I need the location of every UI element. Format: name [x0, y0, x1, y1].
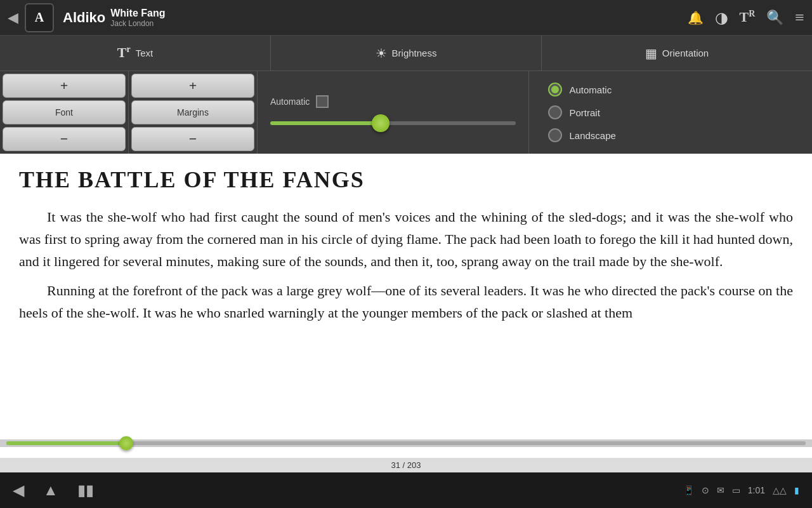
signal-icon: △△	[773, 485, 787, 495]
text-size-icon[interactable]: TR	[740, 9, 756, 25]
progress-track[interactable]	[6, 441, 806, 445]
orientation-tab-icon: ▦	[645, 46, 657, 61]
app-name: Aldiko	[63, 10, 105, 26]
app-logo: A	[25, 3, 54, 32]
orientation-section: Automatic Portrait Landscape	[529, 71, 813, 154]
paragraph-1: It was the she-wolf who had first caught…	[19, 206, 793, 273]
back-button[interactable]: ◀	[8, 10, 18, 26]
tab-text[interactable]: Tr Text	[0, 36, 271, 70]
top-icons: 🔔 ◑ TR 🔍 ≡	[688, 8, 804, 27]
search-icon[interactable]: 🔍	[766, 10, 783, 26]
book-author: Jack London	[110, 19, 165, 28]
orientation-tab-label: Orientation	[662, 48, 709, 58]
brightness-section: Automatic	[258, 71, 529, 154]
bottom-nav: ◀ ▲ ▮▮ 📱 ⊙ ✉ ▭ 1:01 △△ ▮	[0, 472, 812, 508]
nav-home-icon[interactable]: ▲	[43, 482, 58, 499]
font-label: Font	[3, 100, 126, 124]
page-number: 31 / 203	[391, 460, 421, 470]
book-title: White Fang	[110, 8, 165, 19]
sim-icon: 📱	[683, 485, 694, 495]
panel-body: + Font − + Margins − Automatic	[0, 71, 812, 154]
orientation-landscape[interactable]: Landscape	[548, 128, 794, 142]
orientation-landscape-label: Landscape	[570, 130, 616, 141]
email-icon: ✉	[717, 485, 724, 495]
margin-controls: + Margins −	[129, 71, 257, 154]
top-bar: ◀ A Aldiko White Fang Jack London 🔔 ◑ TR…	[0, 0, 812, 36]
font-decrease-button[interactable]: −	[3, 127, 126, 151]
progress-bar-container	[0, 439, 812, 447]
battery-icon: ▮	[794, 485, 799, 495]
time-label: 1:01	[748, 485, 765, 495]
margin-decrease-button[interactable]: −	[131, 127, 254, 151]
orientation-automatic-label: Automatic	[570, 84, 612, 95]
radio-portrait[interactable]	[548, 105, 562, 119]
orientation-portrait-label: Portrait	[570, 107, 600, 118]
brightness-icon[interactable]: ◑	[715, 9, 728, 27]
paragraph-2: Running at the forefront of the pack was…	[19, 279, 793, 324]
auto-brightness-checkbox[interactable]	[316, 95, 329, 108]
text-section: + Font − + Margins −	[0, 71, 258, 154]
screen-icon: ▭	[732, 485, 740, 495]
brightness-slider-track	[270, 121, 516, 125]
brightness-tab-label: Brightness	[392, 48, 437, 58]
text-tab-icon: Tr	[117, 44, 131, 61]
brightness-slider-thumb[interactable]	[372, 114, 390, 132]
radio-automatic[interactable]	[548, 83, 562, 97]
status-icons: 📱 ⊙ ✉ ▭ 1:01 △△ ▮	[683, 485, 799, 495]
brightness-tab-icon: ☀	[376, 46, 387, 61]
book-info: White Fang Jack London	[110, 8, 165, 28]
auto-brightness-label: Automatic	[270, 97, 310, 107]
share-icon[interactable]: 🔔	[688, 10, 704, 25]
font-controls: + Font −	[0, 71, 129, 154]
book-content: THE BATTLE OF THE FANGS It was the she-w…	[0, 154, 812, 472]
book-text: It was the she-wolf who had first caught…	[19, 206, 793, 324]
margin-increase-button[interactable]: +	[131, 74, 254, 98]
tab-orientation[interactable]: ▦ Orientation	[542, 36, 812, 70]
radio-automatic-inner	[551, 86, 559, 93]
font-increase-button[interactable]: +	[3, 74, 126, 98]
radio-landscape[interactable]	[548, 128, 562, 142]
progress-fill	[6, 441, 126, 445]
tab-brightness[interactable]: ☀ Brightness	[271, 36, 542, 70]
orientation-automatic[interactable]: Automatic	[548, 83, 794, 97]
text-tab-label: Text	[136, 48, 154, 58]
progress-thumb[interactable]	[119, 436, 133, 450]
margins-label: Margins	[131, 100, 254, 124]
nav-recents-icon[interactable]: ▮▮	[77, 481, 94, 499]
brightness-slider-container[interactable]	[270, 117, 516, 130]
wifi-icon: ⊙	[702, 485, 709, 495]
menu-icon[interactable]: ≡	[795, 8, 804, 27]
brightness-auto-row: Automatic	[270, 95, 516, 108]
page-indicator: 31 / 203	[0, 458, 812, 472]
control-panel: Tr Text ☀ Brightness ▦ Orientation + Fon…	[0, 36, 812, 155]
panel-tabs: Tr Text ☀ Brightness ▦ Orientation	[0, 36, 812, 71]
nav-back-icon[interactable]: ◀	[13, 481, 24, 499]
orientation-portrait[interactable]: Portrait	[548, 105, 794, 119]
chapter-title: THE BATTLE OF THE FANGS	[19, 166, 793, 193]
